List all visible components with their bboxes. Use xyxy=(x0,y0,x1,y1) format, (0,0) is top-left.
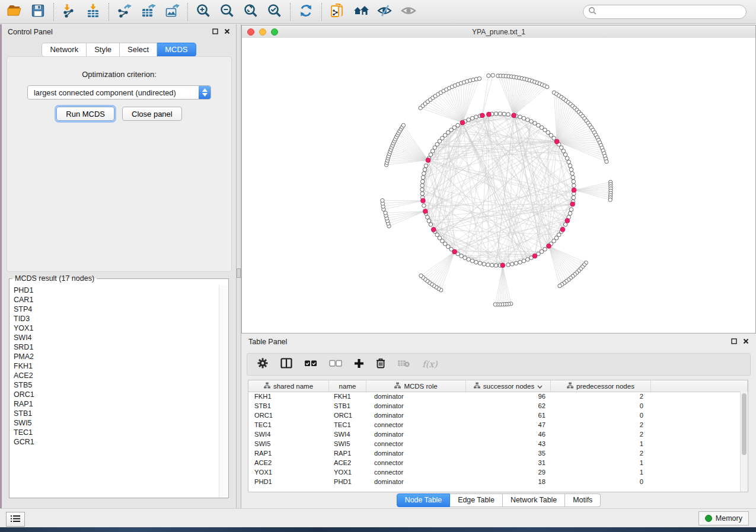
tab-network[interactable]: Network xyxy=(42,43,87,57)
zoom-fit-button[interactable] xyxy=(239,2,263,22)
show-column-panel-button[interactable] xyxy=(280,358,292,371)
cell-predecessor-nodes: 1 xyxy=(551,440,651,447)
zoom-selected-button[interactable] xyxy=(263,2,286,22)
clone-network-button[interactable] xyxy=(326,2,349,22)
run-mcds-button[interactable]: Run MCDS xyxy=(56,107,114,121)
control-panel: Control Panel NetworkStyleSelectMCDS Opt… xyxy=(2,24,237,508)
search-box[interactable] xyxy=(583,5,747,19)
eye-slash-icon xyxy=(377,3,393,21)
cell-predecessor-nodes: 2 xyxy=(551,393,651,400)
tab-node-table[interactable]: Node Table xyxy=(397,493,450,507)
mcds-result-item[interactable]: STB1 xyxy=(10,409,219,418)
open-folder-icon xyxy=(7,3,22,21)
tab-edge-table[interactable]: Edge Table xyxy=(450,493,503,507)
result-list-scrollbar[interactable] xyxy=(219,286,228,497)
table-row[interactable]: SWI4SWI4dominator462 xyxy=(248,430,740,439)
mcds-result-item[interactable]: TEC1 xyxy=(10,428,219,437)
cell-shared-name: ORC1 xyxy=(248,412,329,419)
splitter-handle-icon[interactable] xyxy=(237,268,241,278)
column-header-mcds-role[interactable]: MCDS role xyxy=(366,380,466,392)
table-toolbar: f(x) xyxy=(247,353,751,376)
mcds-result-item[interactable]: PMA2 xyxy=(10,352,219,361)
table-row[interactable]: TEC1TEC1connector472 xyxy=(248,420,740,430)
tab-style[interactable]: Style xyxy=(87,43,120,57)
network-window-titlebar: YPA_prune.txt_1 xyxy=(242,25,755,39)
tab-mcds[interactable]: MCDS xyxy=(157,43,196,57)
table-row[interactable]: ACE2ACE2connector311 xyxy=(248,458,740,467)
criterion-select[interactable]: largest connected component (undirected) xyxy=(27,85,211,100)
unselect-all-columns-button[interactable] xyxy=(329,359,342,370)
mcds-result-list: PHD1CAR1STP4TID3YOX1SWI4SRD1PMA2FKH1ACE2… xyxy=(10,286,219,497)
search-input[interactable] xyxy=(600,7,741,17)
column-header-successor-nodes[interactable]: successor nodes xyxy=(466,380,551,392)
mcds-result-item[interactable]: RAP1 xyxy=(10,399,219,409)
mcds-result-item[interactable]: SRD1 xyxy=(10,342,219,352)
mcds-result-item[interactable]: STP4 xyxy=(10,305,219,314)
cell-successor-nodes: 18 xyxy=(466,478,551,485)
import-table-button[interactable] xyxy=(81,2,105,22)
mcds-result-item[interactable]: TID3 xyxy=(10,314,219,323)
function-builder-button: f(x) xyxy=(422,359,438,370)
column-header-predecessor-nodes[interactable]: predecessor nodes xyxy=(551,380,651,392)
save-session-button[interactable] xyxy=(26,2,50,22)
cell-shared-name: SWI5 xyxy=(248,440,329,447)
table-row[interactable]: YOX1YOX1connector291 xyxy=(248,467,740,477)
select-all-columns-button[interactable] xyxy=(304,359,317,370)
tab-network-table[interactable]: Network Table xyxy=(503,493,565,507)
memory-button[interactable]: Memory xyxy=(698,511,749,525)
mcds-result-item[interactable]: GCR1 xyxy=(10,437,219,447)
home-networks-button[interactable] xyxy=(349,2,373,22)
mcds-result-item[interactable]: FKH1 xyxy=(10,361,219,371)
zoom-out-button[interactable] xyxy=(215,2,239,22)
table-scrollbar-thumb[interactable] xyxy=(742,393,747,455)
open-file-button[interactable] xyxy=(2,2,26,22)
cell-successor-nodes: 35 xyxy=(466,450,551,457)
task-history-button[interactable] xyxy=(6,512,25,527)
mcds-result-item[interactable]: YOX1 xyxy=(10,323,219,333)
zoom-in-icon xyxy=(196,3,211,21)
export-table-icon xyxy=(141,3,156,21)
table-row[interactable]: PHD1PHD1dominator180 xyxy=(248,477,740,486)
float-panel-icon[interactable] xyxy=(212,28,218,36)
table-scrollbar[interactable] xyxy=(740,392,748,492)
table-row[interactable]: FKH1FKH1dominator962 xyxy=(248,392,740,401)
export-image-button[interactable] xyxy=(160,2,184,22)
export-table-button[interactable] xyxy=(136,2,160,22)
network-canvas[interactable] xyxy=(242,38,755,333)
column-header-shared-name[interactable]: shared name xyxy=(248,380,329,392)
panel-splitter[interactable] xyxy=(237,24,241,508)
toolbar-separator xyxy=(290,3,291,21)
table-row[interactable]: STB1STB1dominator620 xyxy=(248,401,740,411)
mcds-result-item[interactable]: PHD1 xyxy=(10,286,219,295)
checked-boxes-icon xyxy=(304,359,317,370)
import-network-button[interactable] xyxy=(58,2,81,22)
refresh-button[interactable] xyxy=(294,2,318,22)
tab-select[interactable]: Select xyxy=(120,43,157,57)
mcds-result-item[interactable]: SWI4 xyxy=(10,333,219,342)
mcds-result-item[interactable]: ACE2 xyxy=(10,371,219,380)
cell-name: ORC1 xyxy=(329,412,366,419)
column-header-name[interactable]: name xyxy=(329,380,366,392)
delete-column-button[interactable] xyxy=(376,358,385,371)
mcds-result-item[interactable]: ORC1 xyxy=(10,390,219,399)
plus-icon xyxy=(354,358,364,371)
close-panel-button[interactable]: Close panel xyxy=(122,107,182,121)
cell-predecessor-nodes: 2 xyxy=(551,450,651,457)
network-graph[interactable] xyxy=(242,38,755,333)
tab-motifs[interactable]: Motifs xyxy=(565,493,601,507)
float-panel-icon[interactable] xyxy=(731,338,737,346)
mcds-result-item[interactable]: SWI5 xyxy=(10,418,219,428)
create-column-button[interactable] xyxy=(354,358,364,371)
export-network-button[interactable] xyxy=(113,2,136,22)
close-panel-icon[interactable] xyxy=(224,28,230,36)
desktop-background-strip xyxy=(0,527,756,532)
mcds-result-item[interactable]: CAR1 xyxy=(10,295,219,305)
table-row[interactable]: SWI5SWI5connector431 xyxy=(248,439,740,448)
hide-graphics-button[interactable] xyxy=(373,2,397,22)
mcds-result-item[interactable]: STB5 xyxy=(10,380,219,390)
zoom-in-button[interactable] xyxy=(192,2,215,22)
close-panel-icon[interactable] xyxy=(743,338,749,346)
table-row[interactable]: ORC1ORC1dominator610 xyxy=(248,411,740,420)
table-settings-button[interactable] xyxy=(257,357,269,371)
table-row[interactable]: RAP1RAP1dominator352 xyxy=(248,448,740,458)
